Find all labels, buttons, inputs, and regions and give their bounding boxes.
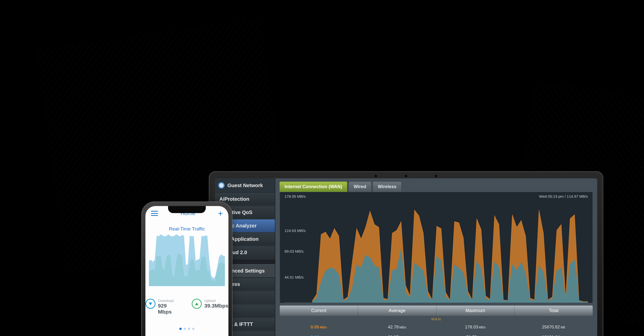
stats-row-orange: 0.05MB/s42.78MB/s178.03MB/s25670.82MB	[280, 322, 593, 332]
tab-wireless[interactable]: Wireless	[373, 181, 402, 192]
sidebar-header[interactable]: Guest Network	[215, 178, 275, 192]
laptop-device: Guest Network AiProtectionAdaptive QoSTr…	[209, 171, 603, 336]
mobile-app-screen: Home + Real-Time Traffic Download 929 Mb…	[145, 206, 228, 336]
stats-col-average: Average	[358, 306, 436, 316]
sidebar-header-label: Guest Network	[227, 183, 263, 188]
tab-internet-connection-wan-[interactable]: Internet Connection (WAN)	[279, 181, 347, 192]
realtime-traffic-chart	[149, 233, 225, 291]
stats-table: CurrentAverageMaximumTotal WAN 0.05MB/s4…	[280, 306, 593, 336]
upload-icon	[192, 299, 202, 309]
main-panel: Internet Connection (WAN)WiredWireless 1…	[275, 178, 597, 336]
menu-icon[interactable]	[151, 211, 158, 216]
tab-wired[interactable]: Wired	[348, 181, 372, 192]
download-label: Download	[158, 299, 182, 303]
panel-title: Real-Time Traffic	[145, 226, 228, 232]
page-indicator[interactable]	[145, 326, 228, 331]
y-max-label: 178.05 MB/s	[285, 194, 306, 198]
traffic-chart: 124.63 MB/s89.03 MB/s44.51 MB/s	[285, 199, 588, 303]
y-tick: 89.03 MB/s	[285, 249, 304, 253]
download-stat: Download 929 Mbps	[145, 299, 182, 315]
router-admin-screen: Guest Network AiProtectionAdaptive QoSTr…	[215, 178, 597, 336]
timestamp-label: Wed 05:13 pm / 114.97 MB/s	[539, 194, 588, 198]
stats-col-current: Current	[280, 306, 358, 316]
download-icon	[145, 299, 155, 309]
upload-stat: Upload 39.3Mbps	[192, 299, 228, 315]
stats-row-blue: 0.02MB/s21.97MB/s71.73MB/s13181.04MB	[280, 332, 593, 336]
upload-label: Upload	[204, 299, 228, 303]
add-button[interactable]: +	[218, 211, 223, 216]
y-tick: 124.63 MB/s	[285, 228, 306, 233]
tab-bar: Internet Connection (WAN)WiredWireless	[275, 178, 597, 192]
stats-col-total: Total	[515, 306, 593, 316]
upload-value: 39.3Mbps	[204, 303, 228, 309]
download-value: 929 Mbps	[158, 303, 172, 315]
y-tick: 44.51 MB/s	[285, 275, 304, 279]
stats-col-maximum: Maximum	[436, 306, 515, 316]
globe-icon	[218, 182, 225, 189]
stats-group-label: WAN	[280, 316, 593, 322]
traffic-chart-panel: 178.05 MB/s Wed 05:13 pm / 114.97 MB/s 1…	[280, 192, 593, 303]
phone-device: Home + Real-Time Traffic Download 929 Mb…	[141, 201, 232, 336]
